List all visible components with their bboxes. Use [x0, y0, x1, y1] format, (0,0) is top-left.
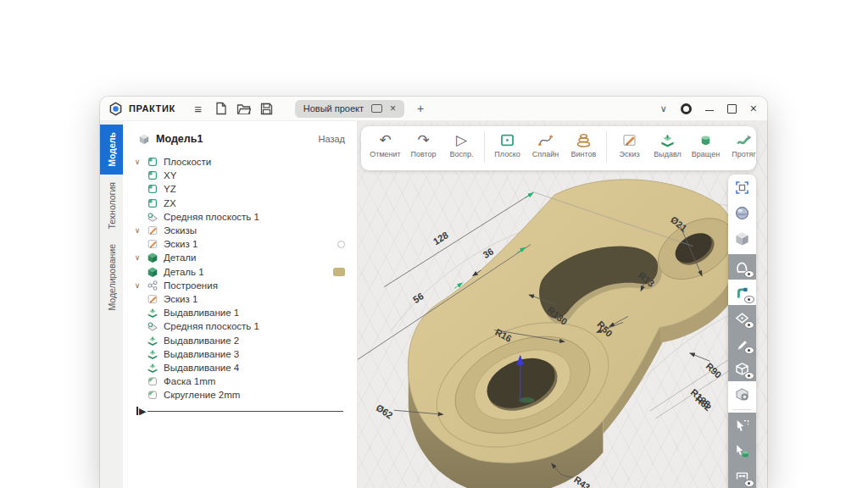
expand-icon[interactable]: ∨ [133, 253, 142, 262]
tree-item-extrude4[interactable]: Выдавливание 4 [133, 361, 345, 374]
extrude-icon [147, 335, 159, 347]
revolve-icon [698, 132, 714, 148]
main-menu-button[interactable]: ≡ [190, 100, 207, 117]
history-timeline[interactable]: ▶ [136, 407, 345, 415]
sketch-icon [147, 293, 159, 305]
timeline-marker-icon[interactable]: ▶ [136, 407, 146, 415]
select-solid-button[interactable] [728, 438, 756, 463]
select-box-button[interactable] [728, 413, 756, 438]
extrude-icon [147, 362, 159, 374]
tab-modeling[interactable]: Моделирование [100, 236, 123, 319]
sweep-button[interactable]: Протяг [725, 130, 756, 158]
tree-item-features[interactable]: ∨Построения [133, 279, 345, 292]
plane-tool-button[interactable]: Плоско [488, 130, 526, 158]
joints-visibility-toggle[interactable] [728, 280, 756, 305]
midplane-icon [147, 211, 159, 223]
desktop: ПРАКТИК ≡ Новый проект × + ∨ × [0, 0, 868, 488]
dim-label: 56 [411, 291, 425, 305]
cube-icon [147, 266, 159, 278]
new-tab-button[interactable]: + [417, 102, 424, 115]
tree-item-sketch1[interactable]: Эскиз 1 [133, 237, 345, 251]
expand-icon[interactable]: ∨ [133, 281, 142, 290]
redo-button[interactable]: ↷Повтор [404, 130, 442, 158]
project-tab[interactable]: Новый проект × [295, 100, 404, 118]
tree-item-zx[interactable]: ZX [133, 197, 345, 210]
tree-item-fillet[interactable]: Скругление 2mm [133, 388, 345, 402]
iso-cube-icon [734, 230, 750, 247]
app-window: ПРАКТИК ≡ Новый проект × + ∨ × [100, 97, 767, 488]
corner-icon [147, 375, 159, 387]
plane-tool-icon [499, 132, 515, 148]
tab-close-icon[interactable]: × [390, 103, 396, 114]
fit-view-icon [734, 180, 750, 196]
tab-technology[interactable]: Технология [100, 175, 123, 237]
tree-item-midplane1[interactable]: Средняя плоскость 1 [133, 319, 345, 333]
sketches-visibility-toggle[interactable] [728, 330, 756, 356]
spline-button[interactable]: Сплайн [526, 130, 565, 158]
tree-item-extrude1[interactable]: Выдавливание 1 [133, 306, 345, 319]
model-title: Модель1 [156, 133, 203, 145]
plane-icon [147, 156, 159, 168]
redo-icon: ↷ [415, 130, 433, 149]
extrude-button[interactable]: Выдавл [648, 130, 687, 158]
tab-model[interactable]: Модель [100, 125, 123, 175]
hole-glint [519, 397, 535, 402]
silhouette-visibility-toggle[interactable] [728, 254, 756, 280]
eye-icon [744, 480, 754, 487]
dimensions-visibility-toggle[interactable] [728, 463, 756, 488]
title-bar: ПРАКТИК ≡ Новый проект × + ∨ × [100, 97, 767, 121]
tree-item-sketches[interactable]: ∨Эскизы [133, 224, 345, 237]
save-button[interactable] [259, 100, 275, 117]
3d-viewport[interactable]: 128 36 56 Ø21 R13 R130 R50 R16 R90 Ø62 R… [358, 121, 767, 488]
tree-item-sketch1b[interactable]: Эскиз 1 [133, 292, 345, 306]
tree-item-extrude3[interactable]: Выдавливание 3 [133, 347, 345, 361]
maximize-button[interactable] [727, 104, 737, 114]
camera-cube-icon [734, 386, 750, 402]
plane-icon [147, 169, 159, 181]
close-button[interactable]: × [750, 102, 757, 115]
revolve-button[interactable]: Вращен [687, 130, 725, 158]
planes-visibility-toggle[interactable] [728, 305, 756, 330]
camera-bodies-button[interactable] [728, 381, 756, 407]
model-cube-icon [138, 133, 150, 145]
color-swatch[interactable] [333, 268, 345, 276]
sweep-icon [736, 132, 752, 148]
play-button[interactable]: ▷Воспр. [442, 130, 481, 158]
model-tree-panel: Модель1 Назад ∨Плоскости XY YZ ZX Средня… [123, 121, 358, 488]
cube-icon [147, 252, 159, 263]
new-file-button[interactable] [213, 100, 230, 117]
viewport[interactable]: 128 36 56 Ø21 R13 R130 R50 R16 R90 Ø62 R… [358, 121, 767, 488]
expand-icon[interactable]: ∨ [133, 158, 142, 166]
iso-view-button[interactable] [728, 225, 756, 251]
open-file-button[interactable] [236, 100, 253, 117]
chevron-down-icon[interactable]: ∨ [660, 103, 667, 114]
sketch-button[interactable]: Эскиз [610, 130, 648, 158]
tree-item-chamfer[interactable]: Фаска 1mm [133, 374, 345, 388]
bodies-visibility-toggle[interactable] [728, 356, 756, 381]
plane-icon [147, 197, 159, 209]
minimize-button[interactable] [705, 110, 714, 112]
extrude-icon [147, 307, 159, 319]
fit-view-button[interactable] [728, 175, 756, 200]
part-model[interactable] [408, 180, 743, 488]
settings-gear-icon[interactable] [681, 103, 692, 114]
tree-item-yz[interactable]: YZ [133, 182, 345, 196]
open-folder-icon [236, 103, 251, 115]
expand-icon[interactable]: ∨ [133, 226, 142, 235]
tree-item-part1[interactable]: Деталь 1 [133, 265, 345, 279]
back-button[interactable]: Назад [318, 134, 345, 144]
dim-label: Ø62 [375, 402, 395, 421]
extrude-icon [147, 348, 159, 360]
undo-button[interactable]: ↶Отменит [366, 130, 404, 158]
tree-item-planes[interactable]: ∨Плоскости [133, 155, 345, 169]
toolbar-divider [733, 409, 751, 410]
shaded-view-button[interactable] [728, 200, 756, 225]
tree-item-midplane[interactable]: Средняя плоскость 1 [133, 210, 345, 224]
tree-item-parts[interactable]: ∨Детали [133, 251, 345, 264]
extrude-icon [659, 132, 676, 148]
tree-item-xy[interactable]: XY [133, 169, 345, 182]
coil-button[interactable]: Винтов [565, 130, 603, 158]
dim-label: 36 [481, 246, 495, 260]
tree-item-extrude2[interactable]: Выдавливание 2 [133, 333, 345, 347]
visibility-dot[interactable] [337, 241, 345, 248]
